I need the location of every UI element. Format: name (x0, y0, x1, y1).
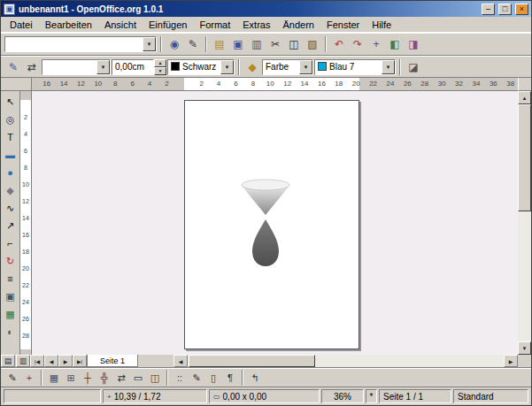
rectangle-icon[interactable]: ▬ (2, 146, 19, 164)
status-zoom-cell[interactable]: 36% (321, 389, 364, 403)
first-page-button[interactable]: |◀ (30, 355, 44, 367)
alignment-icon[interactable]: ≡ (2, 270, 19, 287)
snap-points-icon[interactable]: :: (172, 370, 188, 386)
fill-color-value[interactable]: Blau 7 (327, 60, 382, 74)
grid-visible-icon[interactable]: ▦ (46, 370, 62, 386)
zoom-icon[interactable]: ◎ (2, 111, 19, 128)
vertical-ruler[interactable]: 246810121416182022242628 (20, 91, 32, 355)
connector-icon[interactable]: ⌐ (2, 234, 19, 252)
select-text-area-icon[interactable]: ▯ (205, 370, 221, 386)
menu-item[interactable]: Extras (236, 19, 276, 31)
arrow-style-button[interactable]: ⇄ (23, 58, 41, 76)
effects-icon[interactable]: ◐ (2, 323, 19, 341)
status-style-cell[interactable]: Standard (453, 389, 528, 403)
line-width-value[interactable]: 0,00cm (112, 59, 154, 75)
area-dialog-button[interactable]: ◆ (243, 58, 261, 76)
gallery-icon[interactable]: ◨ (405, 35, 422, 53)
arrange-icon[interactable]: ▣ (2, 287, 19, 305)
navigator-icon[interactable]: + (367, 35, 385, 53)
vertical-scroll-track[interactable] (518, 104, 531, 341)
horizontal-scroll-thumb[interactable] (189, 355, 315, 367)
insert-icon[interactable]: ▦ (2, 305, 19, 323)
scroll-right-button[interactable]: ▶ (504, 355, 518, 367)
line-color-combobox[interactable]: Schwarz ▼ (167, 59, 235, 75)
url-dropdown-button[interactable]: ▼ (143, 37, 156, 51)
print-icon[interactable]: ▥ (248, 35, 266, 53)
glue-points-icon[interactable]: + (21, 370, 37, 386)
edit-file-icon[interactable]: ✎ (184, 35, 202, 53)
guides-visible-icon[interactable]: ┼ (80, 370, 96, 386)
snap-border-icon[interactable]: ◫ (147, 370, 163, 386)
snap-margins-icon[interactable]: ▭ (130, 370, 146, 386)
stop-icon[interactable]: ◉ (166, 35, 183, 53)
previous-page-button[interactable]: ◀ (44, 355, 58, 367)
line-width-stepper[interactable]: 0,00cm ▲ ▼ (112, 59, 166, 75)
status-page-cell[interactable]: Seite 1 / 1 (379, 389, 451, 403)
objects3d-icon[interactable]: ◆ (2, 181, 19, 199)
menu-item[interactable]: Bearbeiten (39, 19, 98, 31)
undo-icon[interactable]: ↶ (330, 35, 348, 53)
status-size-cell[interactable]: ▭ 0,00 x 0,00 (209, 389, 320, 403)
menu-item[interactable]: Einfügen (143, 19, 193, 31)
menu-item[interactable]: Format (193, 19, 236, 31)
snap-grid-icon[interactable]: ⊞ (63, 370, 79, 386)
fill-style-dropdown-button[interactable]: ▼ (299, 60, 312, 74)
hourglass-drawing[interactable] (185, 101, 359, 349)
fill-style-combobox[interactable]: Farbe ▼ (262, 59, 313, 75)
scroll-down-button[interactable]: ▼ (518, 341, 531, 355)
horizontal-scrollbar[interactable]: ◀ ▶ (173, 355, 518, 367)
modify-attributes-icon[interactable]: ↰ (247, 370, 263, 386)
rotate-icon[interactable]: ↻ (2, 252, 19, 270)
quick-edit-icon[interactable]: ✎ (189, 370, 204, 386)
curve-icon[interactable]: ∿ (2, 199, 19, 217)
stylist-icon[interactable]: ◧ (386, 35, 404, 53)
ellipse-icon[interactable]: ● (2, 164, 19, 181)
edit-points-icon[interactable]: ✎ (4, 370, 20, 386)
menu-item[interactable]: Ansicht (98, 19, 143, 31)
last-page-button[interactable]: ▶| (73, 355, 87, 367)
title-bar[interactable]: ▣ unbenannt1 - OpenOffice.org 1.0.1 – □ … (1, 1, 531, 17)
maximize-button[interactable]: □ (498, 4, 512, 15)
shadow-button[interactable]: ◪ (405, 58, 422, 76)
line-style-combobox[interactable]: ▼ (42, 59, 111, 75)
menu-item[interactable]: Ändern (276, 19, 320, 31)
url-combobox[interactable]: ▼ (4, 36, 157, 52)
status-position-cell[interactable]: + 10,39 / 1,72 (103, 389, 207, 403)
menu-item[interactable]: Hilfe (366, 19, 397, 31)
master-mode-icon[interactable]: ▥ (16, 355, 30, 367)
vertical-scrollbar[interactable]: ▲ ▼ (518, 91, 531, 355)
fill-style-value[interactable]: Farbe (263, 60, 299, 74)
horizontal-scroll-track[interactable] (188, 355, 504, 367)
copy-icon[interactable]: ◫ (285, 35, 303, 53)
cut-icon[interactable]: ✂ (266, 35, 284, 53)
scroll-left-button[interactable]: ◀ (173, 355, 188, 367)
snap-guides-icon[interactable]: ╬ (96, 370, 112, 386)
menu-item[interactable]: Datei (4, 19, 39, 31)
fill-color-dropdown-button[interactable]: ▼ (382, 60, 395, 74)
menu-item[interactable]: Fenster (320, 19, 366, 31)
line-dialog-button[interactable]: ✎ (4, 58, 22, 76)
open-icon[interactable]: ▤ (211, 35, 228, 53)
ruler-end-box[interactable] (518, 78, 531, 91)
paste-icon[interactable]: ▧ (304, 35, 321, 53)
url-value[interactable] (5, 37, 143, 51)
fill-color-combobox[interactable]: Blau 7 ▼ (314, 59, 396, 75)
close-button[interactable]: × (515, 4, 528, 15)
scroll-up-button[interactable]: ▲ (518, 91, 531, 104)
ruler-corner[interactable] (1, 78, 32, 91)
redo-icon[interactable]: ↷ (349, 35, 366, 53)
spin-down-icon[interactable]: ▼ (154, 67, 166, 75)
guides-moving-icon[interactable]: ⇄ (113, 370, 129, 386)
drawing-page[interactable] (184, 100, 359, 349)
vertical-scroll-thumb[interactable] (518, 104, 531, 211)
text-icon[interactable]: T (2, 128, 19, 146)
line-style-value[interactable] (42, 60, 96, 74)
spin-up-icon[interactable]: ▲ (154, 59, 166, 67)
minimize-button[interactable]: – (482, 4, 495, 15)
save-icon[interactable]: ▣ (229, 35, 247, 53)
page-tab-seite-1[interactable]: Seite 1 (87, 355, 138, 367)
line-style-dropdown-button[interactable]: ▼ (96, 60, 110, 74)
line-color-value[interactable]: Schwarz (180, 60, 220, 74)
page-mode-icon[interactable]: ▤ (1, 355, 15, 367)
horizontal-ruler[interactable]: 161412108642 246810121416182022242628303… (32, 78, 518, 91)
